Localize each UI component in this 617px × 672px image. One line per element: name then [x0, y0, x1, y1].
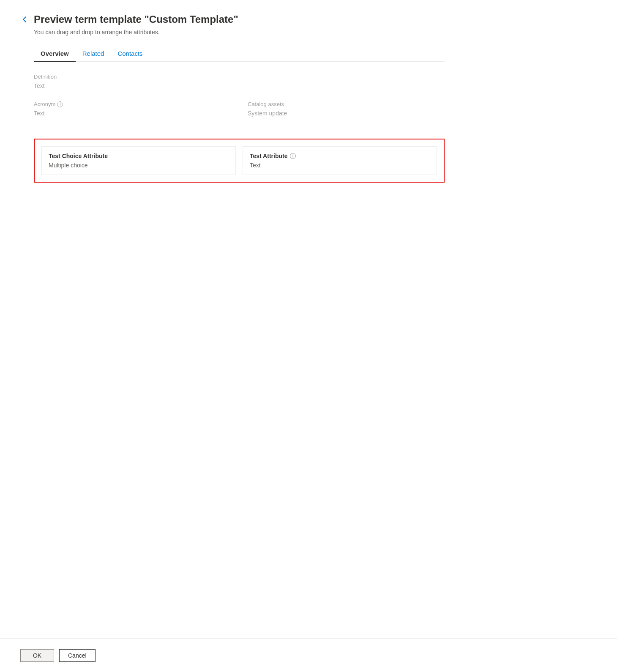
catalog-assets-value: System update	[248, 110, 445, 117]
catalog-assets-section: Catalog assets System update	[248, 101, 445, 117]
test-choice-value: Multiple choice	[49, 162, 229, 169]
footer: OK Cancel	[0, 638, 617, 672]
definition-value: Text	[34, 82, 445, 89]
acronym-info-icon: i	[57, 101, 63, 107]
tab-contacts[interactable]: Contacts	[111, 46, 149, 61]
attributes-highlight-box: Test Choice Attribute Multiple choice Te…	[34, 139, 445, 183]
tabs-container: Overview Related Contacts	[34, 46, 445, 62]
tab-overview[interactable]: Overview	[34, 46, 76, 61]
page-title: Preview term template "Custom Template"	[34, 14, 238, 25]
acronym-value: Text	[34, 110, 231, 117]
back-button[interactable]	[20, 15, 29, 24]
test-choice-title: Test Choice Attribute	[49, 153, 229, 159]
test-attribute-card[interactable]: Test Attribute i Text	[243, 146, 437, 175]
acronym-label: Acronym i	[34, 101, 231, 107]
test-attr-title: Test Attribute i	[250, 153, 430, 159]
ok-button[interactable]: OK	[20, 649, 54, 662]
tab-related[interactable]: Related	[76, 46, 111, 61]
catalog-assets-label: Catalog assets	[248, 101, 445, 107]
definition-label: Definition	[34, 74, 445, 80]
test-attr-info-icon: i	[290, 153, 296, 159]
page-subtitle: You can drag and drop to arrange the att…	[34, 29, 445, 36]
cancel-button[interactable]: Cancel	[59, 649, 96, 662]
definition-section: Definition Text	[34, 74, 445, 89]
attributes-grid: Test Choice Attribute Multiple choice Te…	[41, 146, 437, 175]
test-choice-attribute-card[interactable]: Test Choice Attribute Multiple choice	[41, 146, 236, 175]
acronym-section: Acronym i Text	[34, 101, 231, 117]
test-attr-value: Text	[250, 162, 430, 169]
